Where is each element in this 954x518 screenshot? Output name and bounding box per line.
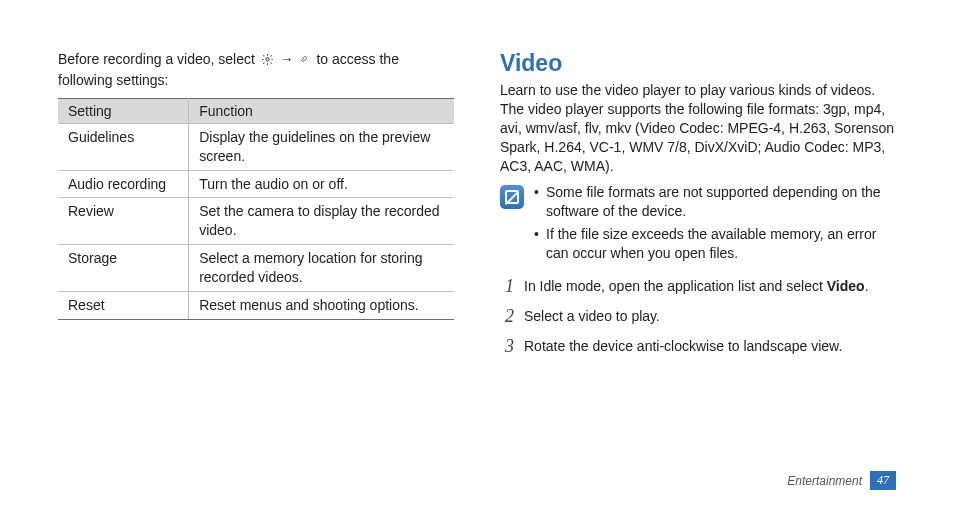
step-number: 1 <box>500 277 514 297</box>
section-heading: Video <box>500 50 896 77</box>
cell-setting: Reset <box>58 292 189 320</box>
note-item: If the file size exceeds the available m… <box>534 225 896 263</box>
table-row: Review Set the camera to display the rec… <box>58 198 454 245</box>
step-prefix: In Idle mode, open the application list … <box>524 278 827 294</box>
page-footer: Entertainment 47 <box>787 471 896 490</box>
intro-arrow: → <box>280 51 298 67</box>
table-row: Storage Select a memory location for sto… <box>58 245 454 292</box>
step-suffix: . <box>865 278 869 294</box>
cell-function: Reset menus and shooting options. <box>189 292 454 320</box>
table-row: Guidelines Display the guidelines on the… <box>58 123 454 170</box>
note-item: Some file formats are not supported depe… <box>534 183 896 221</box>
settings-table: Setting Function Guidelines Display the … <box>58 98 454 320</box>
cell-setting: Audio recording <box>58 170 189 198</box>
footer-section-label: Entertainment <box>787 474 862 488</box>
cell-function: Display the guidelines on the preview sc… <box>189 123 454 170</box>
step-item: 2 Select a video to play. <box>500 307 896 327</box>
note-list: Some file formats are not supported depe… <box>534 183 896 267</box>
step-text: Rotate the device anti-clockwise to land… <box>524 337 842 356</box>
step-prefix: Select a video to play. <box>524 308 660 324</box>
step-item: 1 In Idle mode, open the application lis… <box>500 277 896 297</box>
cell-function: Select a memory location for storing rec… <box>189 245 454 292</box>
step-number: 3 <box>500 337 514 357</box>
cell-setting: Guidelines <box>58 123 189 170</box>
footer-page-number: 47 <box>870 471 896 490</box>
intro-text: Before recording a video, select → to ac… <box>58 50 454 90</box>
step-text: In Idle mode, open the application list … <box>524 277 869 296</box>
gear-icon <box>261 52 274 71</box>
step-bold: Video <box>827 278 865 294</box>
note-block: Some file formats are not supported depe… <box>500 183 896 267</box>
intro-prefix: Before recording a video, select <box>58 51 259 67</box>
cell-function: Turn the audio on or off. <box>189 170 454 198</box>
svg-point-0 <box>266 58 269 61</box>
table-row: Reset Reset menus and shooting options. <box>58 292 454 320</box>
right-column: Video Learn to use the video player to p… <box>500 50 896 366</box>
cell-setting: Review <box>58 198 189 245</box>
table-row: Audio recording Turn the audio on or off… <box>58 170 454 198</box>
cell-function: Set the camera to display the recorded v… <box>189 198 454 245</box>
left-column: Before recording a video, select → to ac… <box>58 50 454 366</box>
th-setting: Setting <box>58 98 189 123</box>
body-paragraph: Learn to use the video player to play va… <box>500 81 896 175</box>
wrench-icon <box>300 52 311 71</box>
step-item: 3 Rotate the device anti-clockwise to la… <box>500 337 896 357</box>
step-prefix: Rotate the device anti-clockwise to land… <box>524 338 842 354</box>
th-function: Function <box>189 98 454 123</box>
step-text: Select a video to play. <box>524 307 660 326</box>
note-icon <box>500 185 524 209</box>
cell-setting: Storage <box>58 245 189 292</box>
steps-list: 1 In Idle mode, open the application lis… <box>500 277 896 356</box>
step-number: 2 <box>500 307 514 327</box>
